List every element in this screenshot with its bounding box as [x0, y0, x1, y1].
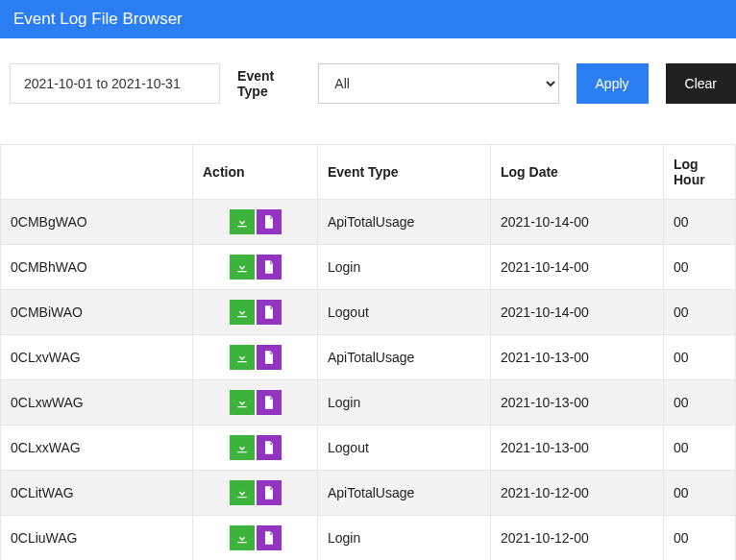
cell-event-type: Login	[318, 245, 491, 290]
cell-log-hour: 00	[664, 290, 736, 335]
cell-id: 0CLxxWAG	[1, 426, 193, 471]
cell-event-type: Logout	[318, 290, 491, 335]
cell-event-type: ApiTotalUsage	[318, 335, 491, 380]
date-range-input[interactable]	[10, 63, 220, 104]
download-icon[interactable]	[230, 255, 255, 280]
file-icon[interactable]	[257, 480, 282, 505]
event-log-table: Action Event Type Log Date Log Hour 0CMB…	[0, 144, 736, 560]
cell-id: 0CMBhWAO	[1, 245, 193, 290]
cell-action	[193, 471, 318, 516]
cell-action	[193, 426, 318, 471]
cell-log-date: 2021-10-14-00	[491, 290, 664, 335]
cell-log-hour: 00	[664, 200, 736, 245]
cell-log-hour: 00	[664, 335, 736, 380]
cell-log-date: 2021-10-12-00	[491, 516, 664, 561]
table-row: 0CLitWAGApiTotalUsage2021-10-12-0000	[1, 471, 736, 516]
cell-log-date: 2021-10-13-00	[491, 335, 664, 380]
cell-event-type: Login	[318, 516, 491, 561]
download-icon[interactable]	[230, 209, 255, 234]
cell-id: 0CLiuWAG	[1, 516, 193, 561]
event-type-label: Event Type	[237, 68, 301, 99]
header-action: Action	[193, 145, 318, 200]
file-icon[interactable]	[257, 255, 282, 280]
cell-id: 0CLxvWAG	[1, 335, 193, 380]
cell-log-date: 2021-10-14-00	[491, 245, 664, 290]
table-row: 0CMBiWAOLogout2021-10-14-0000	[1, 290, 736, 335]
cell-log-hour: 00	[664, 516, 736, 561]
download-icon[interactable]	[230, 435, 255, 460]
cell-log-date: 2021-10-13-00	[491, 426, 664, 471]
table-row: 0CLiuWAGLogin2021-10-12-0000	[1, 516, 736, 561]
download-icon[interactable]	[230, 345, 255, 370]
table-row: 0CLxwWAGLogin2021-10-13-0000	[1, 380, 736, 426]
file-icon[interactable]	[257, 525, 282, 550]
page-title: Event Log File Browser	[13, 10, 183, 28]
cell-id: 0CLxwWAG	[1, 380, 193, 426]
cell-action	[193, 380, 318, 426]
cell-log-hour: 00	[664, 380, 736, 426]
cell-id: 0CLitWAG	[1, 471, 193, 516]
cell-action	[193, 290, 318, 335]
table-row: 0CMBhWAOLogin2021-10-14-0000	[1, 245, 736, 290]
table-row: 0CLxxWAGLogout2021-10-13-0000	[1, 426, 736, 471]
download-icon[interactable]	[230, 525, 255, 550]
cell-log-hour: 00	[664, 245, 736, 290]
cell-event-type: ApiTotalUsage	[318, 200, 491, 245]
file-icon[interactable]	[257, 300, 282, 325]
filters-bar: Event Type All Apply Clear	[0, 38, 736, 121]
clear-button[interactable]: Clear	[666, 63, 736, 104]
cell-action	[193, 335, 318, 380]
cell-id: 0CMBgWAO	[1, 200, 193, 245]
file-icon[interactable]	[257, 390, 282, 415]
apply-button[interactable]: Apply	[577, 63, 649, 104]
cell-event-type: Logout	[318, 426, 491, 471]
cell-event-type: ApiTotalUsage	[318, 471, 491, 516]
file-icon[interactable]	[257, 345, 282, 370]
cell-log-hour: 00	[664, 426, 736, 471]
cell-log-date: 2021-10-13-00	[491, 380, 664, 426]
cell-event-type: Login	[318, 380, 491, 426]
cell-id: 0CMBiWAO	[1, 290, 193, 335]
cell-action	[193, 200, 318, 245]
download-icon[interactable]	[230, 480, 255, 505]
header-log-date: Log Date	[491, 145, 664, 200]
cell-log-date: 2021-10-12-00	[491, 471, 664, 516]
header-id	[1, 145, 193, 200]
table-row: 0CLxvWAGApiTotalUsage2021-10-13-0000	[1, 335, 736, 380]
table-row: 0CMBgWAOApiTotalUsage2021-10-14-0000	[1, 200, 736, 245]
file-icon[interactable]	[257, 435, 282, 460]
cell-action	[193, 245, 318, 290]
cell-action	[193, 516, 318, 561]
cell-log-hour: 00	[664, 471, 736, 516]
cell-log-date: 2021-10-14-00	[491, 200, 664, 245]
page-header: Event Log File Browser	[0, 0, 736, 38]
event-type-select[interactable]: All	[318, 63, 558, 104]
download-icon[interactable]	[230, 300, 255, 325]
table-header-row: Action Event Type Log Date Log Hour	[1, 145, 736, 200]
header-log-hour: Log Hour	[664, 145, 736, 200]
header-event-type: Event Type	[318, 145, 491, 200]
download-icon[interactable]	[230, 390, 255, 415]
file-icon[interactable]	[257, 209, 282, 234]
